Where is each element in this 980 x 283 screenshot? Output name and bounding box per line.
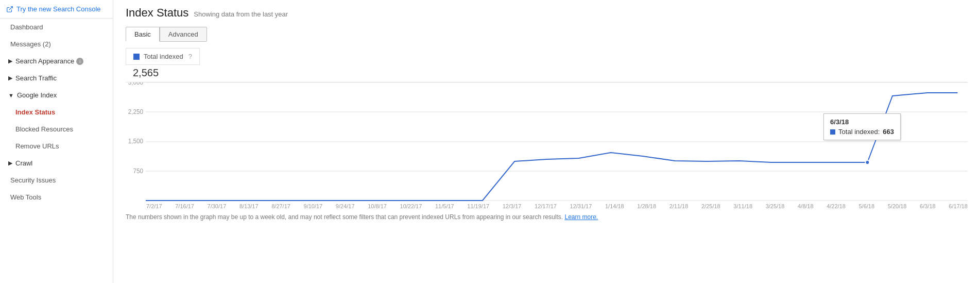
x-label: 7/2/17 (146, 203, 162, 209)
x-label: 8/27/17 (271, 203, 290, 209)
x-label: 7/30/17 (208, 203, 227, 209)
tab-advanced[interactable]: Advanced (160, 27, 207, 42)
sidebar-section-google-index[interactable]: ▼ Google Index (0, 87, 113, 104)
svg-text:750: 750 (133, 168, 144, 175)
sidebar-item-messages[interactable]: Messages (2) (0, 36, 113, 53)
sidebar-section-search-appearance[interactable]: ▶ Search Appearance i (0, 53, 113, 70)
chart-note: The numbers shown in the graph may be up… (126, 212, 968, 222)
external-link-icon (6, 6, 13, 13)
page-title: Index Status (126, 6, 188, 20)
sidebar-item-blocked-resources[interactable]: Blocked Resources (0, 121, 113, 138)
x-label: 2/11/18 (669, 203, 689, 209)
index-status-chart: 3,000 2,250 1,500 750 (126, 82, 968, 201)
sidebar-item-index-status[interactable]: Index Status (0, 104, 113, 121)
x-label: 5/6/18 (859, 203, 875, 209)
x-label: 12/31/17 (570, 203, 592, 209)
tooltip-date: 6/3/18 (830, 118, 894, 126)
x-label: 10/22/17 (400, 203, 422, 209)
sidebar-section-search-traffic[interactable]: ▶ Search Traffic (0, 70, 113, 87)
tooltip-color-box (830, 129, 835, 135)
tooltip-label: Total indexed: (838, 128, 880, 136)
x-label: 10/8/17 (368, 203, 387, 209)
expand-icon: ▶ (8, 75, 12, 81)
help-icon[interactable]: ? (188, 53, 192, 60)
x-label: 3/11/18 (733, 203, 752, 209)
try-new-console-link[interactable]: Try the new Search Console (0, 0, 113, 19)
x-axis-labels: 7/2/17 7/16/17 7/30/17 8/13/17 8/27/17 9… (126, 203, 968, 209)
try-new-console-label: Try the new Search Console (16, 5, 101, 13)
x-label: 4/22/18 (827, 203, 846, 209)
x-label: 12/17/17 (535, 203, 557, 209)
x-label: 9/10/17 (304, 203, 323, 209)
x-label: 1/28/18 (637, 203, 656, 209)
expand-icon: ▶ (8, 58, 12, 64)
svg-point-10 (865, 160, 869, 164)
tooltip-value: 663 (883, 128, 894, 136)
x-label: 3/25/18 (766, 203, 785, 209)
info-icon: i (76, 58, 83, 65)
x-label: 6/17/18 (949, 203, 968, 209)
tabs-row: Basic Advanced (126, 27, 968, 42)
x-label: 9/24/17 (336, 203, 355, 209)
x-label: 1/14/18 (605, 203, 624, 209)
sidebar: Try the new Search Console Dashboard Mes… (0, 0, 113, 283)
page-subtitle: Showing data from the last year (194, 10, 288, 18)
svg-text:2,250: 2,250 (128, 108, 144, 115)
legend-color (133, 54, 140, 60)
x-label: 11/5/17 (435, 203, 454, 209)
x-label: 11/19/17 (467, 203, 489, 209)
legend-value: 2,565 (126, 67, 968, 82)
svg-line-0 (9, 6, 12, 9)
sidebar-section-crawl[interactable]: ▶ Crawl (0, 155, 113, 172)
svg-text:1,500: 1,500 (128, 138, 144, 145)
tab-basic[interactable]: Basic (126, 27, 160, 42)
x-label: 12/3/17 (503, 203, 522, 209)
expand-icon: ▼ (8, 92, 14, 98)
svg-text:3,000: 3,000 (128, 82, 144, 86)
x-label: 7/16/17 (175, 203, 194, 209)
main-content: Index Status Showing data from the last … (113, 0, 980, 283)
x-label: 8/13/17 (239, 203, 259, 209)
legend-box: Total indexed ? 2,565 (126, 42, 968, 82)
chart-tooltip: 6/3/18 Total indexed: 663 (823, 113, 901, 140)
sidebar-item-dashboard[interactable]: Dashboard (0, 19, 113, 36)
x-label: 5/20/18 (888, 203, 907, 209)
x-label: 4/8/18 (798, 203, 814, 209)
sidebar-item-remove-urls[interactable]: Remove URLs (0, 138, 113, 155)
legend-label: Total indexed (144, 53, 183, 60)
expand-icon: ▶ (8, 160, 12, 167)
sidebar-item-web-tools[interactable]: Web Tools (0, 189, 113, 206)
learn-more-link[interactable]: Learn more. (564, 213, 598, 221)
chart-container: 3,000 2,250 1,500 750 6/3/18 Total index… (126, 82, 968, 209)
chart-wrapper: 3,000 2,250 1,500 750 6/3/18 Total index… (126, 82, 968, 201)
x-label: 6/3/18 (920, 203, 936, 209)
page-title-row: Index Status Showing data from the last … (126, 6, 968, 20)
x-label: 2/25/18 (701, 203, 720, 209)
sidebar-item-security-issues[interactable]: Security Issues (0, 172, 113, 189)
